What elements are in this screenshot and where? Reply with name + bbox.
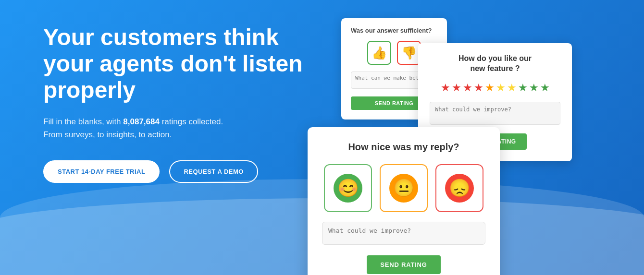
smiley-send-button[interactable]: SEND RATING (367, 255, 440, 274)
smiley-textarea[interactable] (322, 222, 485, 245)
widget-cards-section: Was our answer sufficient? 👍 👎 SEND RATI… (308, 0, 644, 275)
star-2[interactable]: ★ (452, 82, 461, 94)
star-10[interactable]: ★ (540, 82, 550, 94)
star-7[interactable]: ★ (507, 82, 517, 94)
subtitle-prefix: Fill in the blanks, with (43, 117, 123, 126)
star-4[interactable]: ★ (474, 82, 483, 94)
star-3[interactable]: ★ (463, 82, 472, 94)
sad-face-icon: 😞 (445, 174, 474, 203)
neutral-face-icon: 😐 (389, 174, 418, 203)
smiley-happy-button[interactable]: 😊 (324, 164, 372, 212)
trial-button[interactable]: START 14-DAY FREE TRIAL (43, 160, 160, 183)
happy-face-icon: 😊 (334, 174, 362, 203)
hero-section: Your customers think your agents don't l… (43, 24, 312, 183)
smiley-sad-button[interactable]: 😞 (435, 164, 483, 212)
demo-button[interactable]: REQUEST A DEMO (169, 160, 258, 183)
stars-textarea[interactable] (430, 102, 560, 125)
thumbs-up-icon: 👍 (372, 46, 387, 60)
cta-buttons: START 14-DAY FREE TRIAL REQUEST A DEMO (43, 160, 312, 183)
card-smiley: How nice was my reply? 😊 😐 😞 SEND RATING (308, 127, 500, 275)
star-1[interactable]: ★ (441, 82, 450, 94)
card-stars-title: How do you like ournew feature ? (430, 54, 560, 74)
thumb-down-button[interactable]: 👎 (397, 41, 421, 65)
card-thumbs-title: Was our answer sufficient? (351, 27, 437, 34)
thumbs-down-icon: 👎 (401, 46, 417, 60)
star-9[interactable]: ★ (529, 82, 539, 94)
smiley-neutral-button[interactable]: 😐 (380, 164, 428, 212)
hero-title: Your customers think your agents don't l… (43, 24, 312, 104)
stars-rating-row: ★ ★ ★ ★ ★ ★ ★ ★ ★ ★ (430, 82, 560, 94)
smileys-row: 😊 😐 😞 (322, 164, 485, 212)
star-8[interactable]: ★ (518, 82, 528, 94)
star-5[interactable]: ★ (485, 82, 495, 94)
hero-subtitle: Fill in the blanks, with 8,087,684 ratin… (43, 115, 312, 141)
thumb-up-button[interactable]: 👍 (367, 41, 391, 65)
ratings-count: 8,087,684 (123, 117, 160, 126)
card-smiley-title: How nice was my reply? (322, 142, 485, 153)
star-6[interactable]: ★ (496, 82, 506, 94)
